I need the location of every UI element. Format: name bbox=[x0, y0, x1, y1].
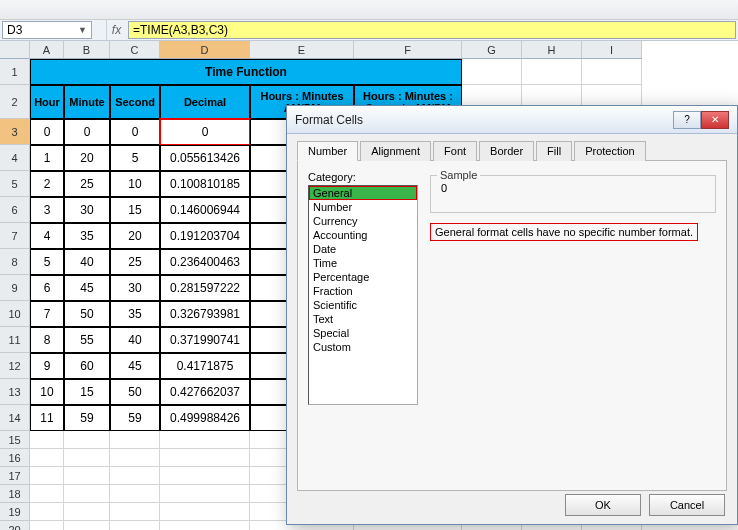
row-header-9[interactable]: 9 bbox=[0, 275, 29, 301]
row-header-12[interactable]: 12 bbox=[0, 353, 29, 379]
formula-bar[interactable]: =TIME(A3,B3,C3) bbox=[128, 21, 736, 39]
cell[interactable] bbox=[110, 467, 160, 485]
cell[interactable]: 0.499988426 bbox=[160, 405, 250, 431]
cell[interactable]: 50 bbox=[64, 301, 110, 327]
cell[interactable]: 4 bbox=[30, 223, 64, 249]
cell[interactable] bbox=[160, 503, 250, 521]
cell[interactable] bbox=[160, 521, 250, 530]
row-header-5[interactable]: 5 bbox=[0, 171, 29, 197]
cell[interactable] bbox=[30, 521, 64, 530]
column-header-I[interactable]: I bbox=[582, 41, 642, 58]
ok-button[interactable]: OK bbox=[565, 494, 641, 516]
category-item-general[interactable]: General bbox=[309, 186, 417, 200]
cell[interactable]: 10 bbox=[30, 379, 64, 405]
cell[interactable]: 0.326793981 bbox=[160, 301, 250, 327]
cell[interactable]: 30 bbox=[64, 197, 110, 223]
cell[interactable]: 25 bbox=[64, 171, 110, 197]
cell[interactable]: 35 bbox=[110, 301, 160, 327]
cell[interactable] bbox=[64, 449, 110, 467]
cell[interactable]: 10 bbox=[110, 171, 160, 197]
row-header-10[interactable]: 10 bbox=[0, 301, 29, 327]
cell[interactable]: 0.236400463 bbox=[160, 249, 250, 275]
category-item-currency[interactable]: Currency bbox=[309, 214, 417, 228]
column-header-E[interactable]: E bbox=[250, 41, 354, 58]
cell[interactable]: 0 bbox=[110, 119, 160, 145]
cell[interactable]: 25 bbox=[110, 249, 160, 275]
cell[interactable] bbox=[160, 449, 250, 467]
cell[interactable]: 2 bbox=[30, 171, 64, 197]
cell[interactable] bbox=[30, 503, 64, 521]
category-item-accounting[interactable]: Accounting bbox=[309, 228, 417, 242]
fx-icon[interactable]: fx bbox=[106, 20, 126, 40]
cell[interactable]: 15 bbox=[64, 379, 110, 405]
cell[interactable]: Hour bbox=[30, 85, 64, 119]
row-header-4[interactable]: 4 bbox=[0, 145, 29, 171]
category-item-time[interactable]: Time bbox=[309, 256, 417, 270]
cell[interactable]: 50 bbox=[110, 379, 160, 405]
cell[interactable]: 9 bbox=[30, 353, 64, 379]
row-header-7[interactable]: 7 bbox=[0, 223, 29, 249]
cell[interactable]: 0.281597222 bbox=[160, 275, 250, 301]
column-header-F[interactable]: F bbox=[354, 41, 462, 58]
cell[interactable]: 5 bbox=[30, 249, 64, 275]
cell[interactable]: 40 bbox=[64, 249, 110, 275]
cell[interactable]: 0.100810185 bbox=[160, 171, 250, 197]
row-header-20[interactable]: 20 bbox=[0, 521, 29, 530]
cell[interactable] bbox=[64, 503, 110, 521]
tab-alignment[interactable]: Alignment bbox=[360, 141, 431, 161]
row-header-1[interactable]: 1 bbox=[0, 59, 29, 85]
cell[interactable] bbox=[110, 503, 160, 521]
category-item-custom[interactable]: Custom bbox=[309, 340, 417, 354]
cell[interactable]: Minute bbox=[64, 85, 110, 119]
column-header-B[interactable]: B bbox=[64, 41, 110, 58]
cell[interactable] bbox=[64, 521, 110, 530]
cell[interactable] bbox=[462, 59, 522, 85]
row-header-15[interactable]: 15 bbox=[0, 431, 29, 449]
cell[interactable]: 45 bbox=[64, 275, 110, 301]
cell[interactable] bbox=[110, 431, 160, 449]
cell[interactable]: 0.191203704 bbox=[160, 223, 250, 249]
tab-fill[interactable]: Fill bbox=[536, 141, 572, 161]
cell[interactable]: 0 bbox=[64, 119, 110, 145]
cell[interactable]: Decimal bbox=[160, 85, 250, 119]
category-listbox[interactable]: GeneralNumberCurrencyAccountingDateTimeP… bbox=[308, 185, 418, 405]
cell[interactable] bbox=[30, 449, 64, 467]
dialog-titlebar[interactable]: Format Cells ? ✕ bbox=[287, 106, 737, 134]
cell[interactable] bbox=[30, 485, 64, 503]
row-header-14[interactable]: 14 bbox=[0, 405, 29, 431]
cell[interactable] bbox=[110, 485, 160, 503]
name-box-dropdown-icon[interactable]: ▼ bbox=[78, 25, 87, 35]
category-item-special[interactable]: Special bbox=[309, 326, 417, 340]
cell[interactable] bbox=[30, 467, 64, 485]
row-header-16[interactable]: 16 bbox=[0, 449, 29, 467]
row-header-11[interactable]: 11 bbox=[0, 327, 29, 353]
cell[interactable]: 20 bbox=[110, 223, 160, 249]
cell[interactable]: 11 bbox=[30, 405, 64, 431]
cell[interactable]: 20 bbox=[64, 145, 110, 171]
cell[interactable] bbox=[110, 449, 160, 467]
dialog-help-button[interactable]: ? bbox=[673, 111, 701, 129]
column-header-D[interactable]: D bbox=[160, 41, 250, 58]
cell[interactable] bbox=[64, 485, 110, 503]
column-header-G[interactable]: G bbox=[462, 41, 522, 58]
cell[interactable]: 5 bbox=[110, 145, 160, 171]
cell[interactable]: 15 bbox=[110, 197, 160, 223]
tab-border[interactable]: Border bbox=[479, 141, 534, 161]
name-box[interactable]: D3 ▼ bbox=[2, 21, 92, 39]
cell[interactable] bbox=[522, 59, 582, 85]
cell[interactable] bbox=[64, 431, 110, 449]
cell[interactable] bbox=[30, 431, 64, 449]
select-all-corner[interactable] bbox=[0, 41, 29, 59]
tab-font[interactable]: Font bbox=[433, 141, 477, 161]
cell[interactable] bbox=[64, 467, 110, 485]
cell[interactable]: Second bbox=[110, 85, 160, 119]
category-item-fraction[interactable]: Fraction bbox=[309, 284, 417, 298]
column-header-C[interactable]: C bbox=[110, 41, 160, 58]
category-item-percentage[interactable]: Percentage bbox=[309, 270, 417, 284]
column-header-H[interactable]: H bbox=[522, 41, 582, 58]
title-cell[interactable]: Time Function bbox=[30, 59, 462, 85]
cell[interactable]: 40 bbox=[110, 327, 160, 353]
tab-protection[interactable]: Protection bbox=[574, 141, 646, 161]
cell[interactable]: 35 bbox=[64, 223, 110, 249]
cell[interactable]: 30 bbox=[110, 275, 160, 301]
